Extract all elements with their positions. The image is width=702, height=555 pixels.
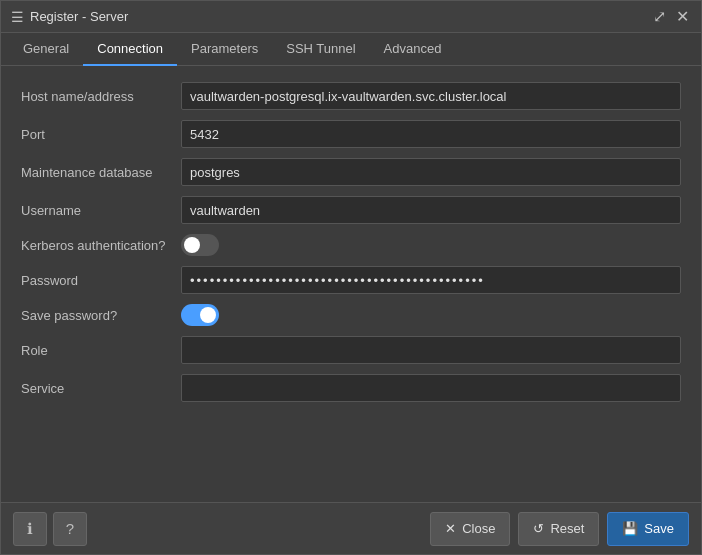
tab-ssh-tunnel[interactable]: SSH Tunnel xyxy=(272,33,369,66)
info-icon: ℹ xyxy=(27,520,33,538)
service-input[interactable] xyxy=(181,374,681,402)
port-label: Port xyxy=(21,127,181,142)
username-input[interactable] xyxy=(181,196,681,224)
kerberos-slider xyxy=(181,234,219,256)
footer: ℹ ? ✕ Close ↺ Reset 💾 Save xyxy=(1,502,701,554)
close-button[interactable]: ✕ Close xyxy=(430,512,510,546)
reset-button[interactable]: ↺ Reset xyxy=(518,512,599,546)
port-row: Port xyxy=(21,120,681,148)
title-bar: ☰ Register - Server ⤢ ✕ xyxy=(1,1,701,33)
service-label: Service xyxy=(21,381,181,396)
maintenance-db-label: Maintenance database xyxy=(21,165,181,180)
kerberos-row: Kerberos authentication? xyxy=(21,234,681,256)
close-window-button[interactable]: ✕ xyxy=(674,9,691,25)
host-input[interactable] xyxy=(181,82,681,110)
info-button[interactable]: ℹ xyxy=(13,512,47,546)
kerberos-toggle-container xyxy=(181,234,219,256)
reset-icon: ↺ xyxy=(533,521,544,536)
tab-advanced[interactable]: Advanced xyxy=(370,33,456,66)
title-bar-left: ☰ Register - Server xyxy=(11,9,128,25)
username-label: Username xyxy=(21,203,181,218)
tab-connection[interactable]: Connection xyxy=(83,33,177,66)
tab-parameters[interactable]: Parameters xyxy=(177,33,272,66)
close-label: Close xyxy=(462,521,495,536)
maximize-button[interactable]: ⤢ xyxy=(651,9,668,25)
help-icon: ? xyxy=(66,520,74,537)
tabs-bar: General Connection Parameters SSH Tunnel… xyxy=(1,33,701,66)
window-menu-icon: ☰ xyxy=(11,9,24,25)
kerberos-toggle[interactable] xyxy=(181,234,219,256)
username-row: Username xyxy=(21,196,681,224)
host-label: Host name/address xyxy=(21,89,181,104)
password-label: Password xyxy=(21,273,181,288)
title-bar-controls: ⤢ ✕ xyxy=(651,9,691,25)
role-label: Role xyxy=(21,343,181,358)
footer-left: ℹ ? xyxy=(13,512,87,546)
password-row: Password xyxy=(21,266,681,294)
kerberos-label: Kerberos authentication? xyxy=(21,238,181,253)
save-password-toggle[interactable] xyxy=(181,304,219,326)
footer-right: ✕ Close ↺ Reset 💾 Save xyxy=(430,512,689,546)
role-input[interactable] xyxy=(181,336,681,364)
save-icon: 💾 xyxy=(622,521,638,536)
service-row: Service xyxy=(21,374,681,402)
window-title: Register - Server xyxy=(30,9,128,24)
maintenance-db-row: Maintenance database xyxy=(21,158,681,186)
save-password-toggle-container xyxy=(181,304,219,326)
save-password-slider xyxy=(181,304,219,326)
port-input[interactable] xyxy=(181,120,681,148)
reset-label: Reset xyxy=(550,521,584,536)
save-button[interactable]: 💾 Save xyxy=(607,512,689,546)
form-content: Host name/address Port Maintenance datab… xyxy=(1,66,701,502)
save-label: Save xyxy=(644,521,674,536)
close-icon: ✕ xyxy=(445,521,456,536)
maintenance-db-input[interactable] xyxy=(181,158,681,186)
help-button[interactable]: ? xyxy=(53,512,87,546)
password-input[interactable] xyxy=(181,266,681,294)
tab-general[interactable]: General xyxy=(9,33,83,66)
save-password-label: Save password? xyxy=(21,308,181,323)
window: ☰ Register - Server ⤢ ✕ General Connecti… xyxy=(0,0,702,555)
role-row: Role xyxy=(21,336,681,364)
save-password-row: Save password? xyxy=(21,304,681,326)
host-row: Host name/address xyxy=(21,82,681,110)
